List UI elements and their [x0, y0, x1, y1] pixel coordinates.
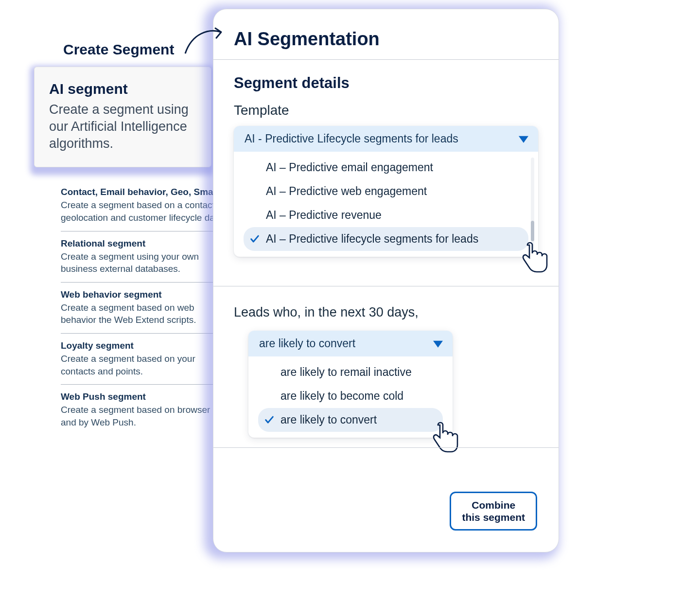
segment-type-item[interactable]: Web behavior segment Create a segment ba…	[61, 282, 226, 333]
segment-type-item[interactable]: Web Push segment Create a segment based …	[61, 384, 226, 435]
template-option-selected[interactable]: AI – Predictive lifecycle segments for l…	[244, 227, 528, 251]
template-option-label: AI – Predictive web engagement	[266, 185, 427, 197]
ai-segment-card[interactable]: AI segment Create a segment using our Ar…	[34, 67, 211, 167]
template-option[interactable]: AI – Predictive web engagement	[244, 179, 528, 203]
combine-segment-button[interactable]: Combine this segment	[450, 492, 537, 531]
scrollbar-thumb[interactable]	[531, 221, 534, 241]
ai-segmentation-panel: AI Segmentation Segment details Template…	[213, 9, 559, 552]
leads-dropdown-list: are likely to remail inactive are likely…	[248, 356, 453, 435]
segment-type-list: Contact, Email behavior, Geo, Smart Crea…	[61, 178, 226, 435]
segment-type-title: Loyalty segment	[61, 340, 226, 351]
check-icon	[264, 414, 275, 425]
segment-type-desc: Create a segment using your own business…	[61, 250, 226, 275]
arrow-icon	[182, 23, 226, 57]
chevron-down-icon	[519, 136, 528, 142]
leads-option[interactable]: are likely to remail inactive	[258, 360, 443, 384]
divider	[213, 59, 559, 60]
segment-type-desc: Create a segment based on a contact's ge…	[61, 199, 226, 224]
template-option-label: AI – Predictive revenue	[266, 209, 382, 221]
pointer-cursor-icon	[515, 241, 551, 277]
template-option[interactable]: AI – Predictive revenue	[244, 203, 528, 227]
ai-segment-heading: AI segment	[49, 81, 196, 97]
leads-option[interactable]: are likely to become cold	[258, 384, 443, 408]
segment-type-title: Relational segment	[61, 238, 226, 249]
leads-option-label: are likely to convert	[280, 413, 377, 426]
template-dropdown[interactable]: AI - Predictive Lifecycle segments for l…	[234, 126, 538, 257]
divider	[213, 447, 559, 448]
segment-type-desc: Create a segment based on web behavior t…	[61, 302, 226, 326]
segment-type-title: Web Push segment	[61, 391, 226, 402]
template-label: Template	[234, 103, 538, 118]
template-option[interactable]: AI – Predictive email engagement	[244, 156, 528, 179]
chevron-down-icon	[433, 340, 443, 347]
segment-type-item[interactable]: Contact, Email behavior, Geo, Smart Crea…	[61, 178, 226, 231]
segment-type-desc: Create a segment based on browser and by…	[61, 404, 226, 428]
template-dropdown-list: AI – Predictive email engagement AI – Pr…	[234, 152, 538, 254]
ai-segment-desc: Create a segment using our Artificial In…	[49, 101, 196, 152]
pointer-cursor-icon	[425, 421, 461, 457]
leads-label: Leads who, in the next 30 days,	[234, 305, 538, 320]
template-selected-text: AI - Predictive Lifecycle segments for l…	[245, 132, 458, 145]
template-dropdown-selected[interactable]: AI - Predictive Lifecycle segments for l…	[234, 126, 538, 152]
leads-option-selected[interactable]: are likely to convert	[258, 408, 443, 432]
combine-button-label: Combine this segment	[462, 499, 525, 523]
template-option-label: AI – Predictive email engagement	[266, 161, 433, 174]
segment-type-title: Web behavior segment	[61, 289, 226, 300]
segment-type-title: Contact, Email behavior, Geo, Smart	[61, 187, 226, 197]
ai-panel-title: AI Segmentation	[234, 29, 538, 59]
segment-details-heading: Segment details	[234, 74, 538, 92]
leads-option-label: are likely to remail inactive	[280, 366, 412, 378]
template-option-label: AI – Predictive lifecycle segments for l…	[266, 232, 478, 245]
leads-option-label: are likely to become cold	[280, 390, 403, 402]
divider	[213, 286, 559, 286]
leads-dropdown-selected[interactable]: are likely to convert	[248, 331, 453, 356]
segment-type-item[interactable]: Loyalty segment Create a segment based o…	[61, 333, 226, 384]
segment-type-desc: Create a segment based on your contacts …	[61, 353, 226, 377]
leads-dropdown[interactable]: are likely to convert are likely to rema…	[248, 331, 453, 438]
check-icon	[249, 233, 260, 244]
leads-selected-text: are likely to convert	[259, 337, 355, 350]
segment-type-item[interactable]: Relational segment Create a segment usin…	[61, 231, 226, 282]
